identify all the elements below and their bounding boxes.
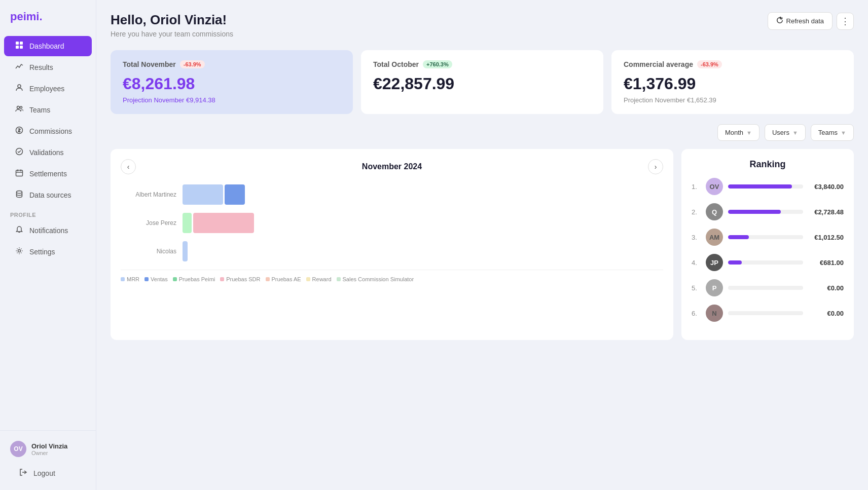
sidebar-item-label: Employees (29, 85, 64, 93)
refresh-icon (776, 17, 783, 25)
stat-value: €22,857.99 (373, 74, 591, 93)
rank-bar (728, 235, 803, 239)
chevron-down-icon: ▼ (746, 130, 752, 136)
sidebar-item-employees[interactable]: Employees (4, 79, 92, 99)
stat-card-november: Total November -63.9% €8,261.98 Projecti… (111, 50, 353, 114)
stat-label: Total November (123, 60, 176, 68)
profile-section-label: PROFILE (0, 206, 96, 220)
legend-label: Sales Commission Simulator (343, 276, 414, 282)
svg-rect-1 (20, 42, 23, 45)
sidebar-item-data-sources[interactable]: Data sources (4, 185, 92, 205)
rank-bar (728, 184, 803, 189)
sidebar-item-teams[interactable]: Teams (4, 100, 92, 120)
app-logo: peimi. (0, 0, 96, 35)
rank-value: €0.00 (808, 310, 844, 317)
logout-icon (18, 468, 28, 478)
legend-item: MRR (121, 276, 139, 282)
filters-row: Month ▼ Users ▼ Teams ▼ (111, 124, 854, 141)
sidebar-item-dashboard[interactable]: Dashboard (4, 36, 92, 56)
refresh-button[interactable]: Refresh data (768, 12, 833, 30)
rank-value: €681.00 (808, 259, 844, 267)
bell-icon (14, 225, 24, 236)
rank-number: 1. (692, 183, 701, 191)
bar-label: Nicolas (121, 248, 176, 255)
teams-filter[interactable]: Teams ▼ (811, 124, 854, 141)
rank-number: 5. (692, 284, 701, 292)
rank-bar (728, 260, 803, 265)
chart-card: ‹ November 2024 › Albert Martinez Jose P… (111, 149, 673, 340)
users-filter-label: Users (772, 129, 789, 136)
sidebar-item-notifications[interactable]: Notifications (4, 220, 92, 241)
chart-row: Nicolas (121, 241, 663, 261)
ranking-item: 2. Q €2,728.48 (692, 203, 844, 220)
dollar-circle-icon (14, 126, 24, 136)
chart-row: Jose Perez (121, 213, 663, 233)
bar-container (183, 184, 663, 205)
chart-next-button[interactable]: › (648, 159, 663, 174)
avatar: OV (706, 178, 723, 195)
legend-label: Pruebas SDR (226, 276, 260, 282)
people-icon (14, 105, 24, 115)
page-title: Hello, Oriol Vinzia! (111, 12, 233, 28)
users-filter[interactable]: Users ▼ (765, 124, 806, 141)
sidebar-item-label: Commissions (29, 127, 72, 135)
database-icon (14, 190, 24, 200)
more-icon: ⋮ (841, 16, 850, 27)
person-icon (14, 84, 24, 94)
ranking-item: 6. N €0.00 (692, 305, 844, 322)
legend-dot (144, 277, 149, 281)
bottom-section: ‹ November 2024 › Albert Martinez Jose P… (111, 149, 854, 340)
chart-prev-button[interactable]: ‹ (121, 159, 136, 174)
avatar: AM (706, 229, 723, 246)
stat-projection: Projection November €9,914.38 (123, 96, 341, 104)
sidebar-bottom: OV Oriol Vinzia Owner Logout (0, 430, 96, 490)
avatar: N (706, 305, 723, 322)
sidebar: peimi. Dashboard Results (0, 0, 96, 490)
ranking-item: 1. OV €3,840.00 (692, 178, 844, 195)
stat-value: €8,261.98 (123, 74, 341, 93)
stat-label: Commercial average (624, 60, 693, 68)
logout-button[interactable]: Logout (8, 463, 88, 483)
legend-item: Sales Commission Simulator (337, 276, 414, 282)
more-options-button[interactable]: ⋮ (837, 13, 854, 30)
sidebar-item-results[interactable]: Results (4, 57, 92, 78)
legend-item: Ventas (144, 276, 168, 282)
sidebar-item-label: Teams (29, 106, 50, 114)
sidebar-item-label: Settlements (29, 170, 67, 178)
ranking-card: Ranking 1. OV €3,840.00 2. Q €2,728.48 (681, 149, 854, 340)
sidebar-item-label: Validations (29, 148, 63, 157)
teams-filter-label: Teams (818, 129, 838, 136)
page-subtitle: Here you have your team commissions (111, 30, 233, 38)
chevron-down-icon: ▼ (792, 130, 798, 136)
logout-label: Logout (33, 469, 55, 477)
month-filter[interactable]: Month ▼ (717, 124, 760, 141)
legend-dot (173, 277, 177, 281)
legend-label: Pruebas Peimi (179, 276, 215, 282)
sidebar-item-validations[interactable]: Validations (4, 142, 92, 163)
rank-value: €2,728.48 (808, 208, 844, 216)
ranking-title: Ranking (692, 159, 844, 170)
rank-bar (728, 311, 803, 315)
rank-number: 6. (692, 310, 701, 317)
chart-icon (14, 62, 24, 72)
rank-value: €1,012.50 (808, 234, 844, 241)
grid-icon (14, 41, 24, 51)
sidebar-item-settlements[interactable]: Settlements (4, 164, 92, 184)
legend-dot (121, 277, 125, 281)
chart-title: November 2024 (362, 162, 422, 171)
rank-number: 4. (692, 259, 701, 267)
user-profile: OV Oriol Vinzia Owner (4, 437, 92, 461)
stats-row: Total November -63.9% €8,261.98 Projecti… (111, 50, 854, 114)
chart-legend: MRR Ventas Pruebas Peimi Pruebas SDR Pru… (121, 270, 663, 282)
sidebar-item-settings[interactable]: Settings (4, 242, 92, 262)
chart-nav: ‹ November 2024 › (121, 159, 663, 174)
stat-badge: -63.9% (697, 60, 722, 68)
stat-value: €1,376.99 (624, 74, 842, 93)
legend-label: MRR (127, 276, 139, 282)
legend-label: Pruebas AE (272, 276, 301, 282)
sidebar-item-label: Settings (29, 248, 55, 256)
sidebar-item-commissions[interactable]: Commissions (4, 121, 92, 141)
legend-dot (266, 277, 270, 281)
avatar: JP (706, 254, 723, 271)
svg-rect-9 (16, 170, 23, 176)
